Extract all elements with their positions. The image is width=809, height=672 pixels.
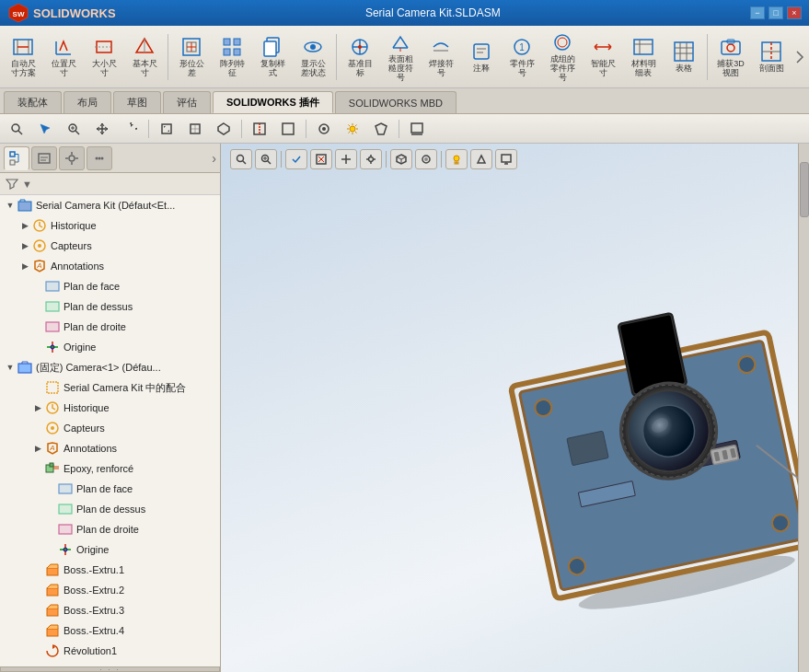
config-tab[interactable] [59, 146, 85, 170]
properties-tab[interactable] [31, 146, 57, 170]
tree-boss-extrude-4[interactable]: Boss.-Extru.4 [0, 620, 220, 641]
tree-plan-droite-2[interactable]: Plan de droite [0, 519, 220, 539]
main-toolbar: 自动尺寸方案 位置尺寸 大小尺寸 基本尺寸 形位公差 阵列特征 复制样 [0, 26, 809, 88]
camerafixed-toggle[interactable]: ▼ [4, 361, 17, 374]
zoom-area-button[interactable] [61, 117, 87, 141]
vp-monitor-button[interactable] [495, 149, 517, 169]
vp-route-button[interactable] [310, 149, 332, 169]
historique2-toggle[interactable]: ▶ [31, 401, 44, 414]
section-cut-button[interactable] [247, 117, 272, 141]
tab-sketch[interactable]: 草图 [113, 91, 161, 113]
select-button[interactable] [32, 117, 58, 141]
tree-historique-2[interactable]: ▶ Historique [0, 398, 220, 418]
tree-boss-extrude-3[interactable]: Boss.-Extru.3 [0, 600, 220, 620]
resize-handle[interactable]: · · · [0, 666, 220, 672]
vp-search-button[interactable] [230, 149, 252, 169]
panel-expand-arrow[interactable]: › [212, 151, 216, 166]
copy-style-button[interactable]: 复制样式 [253, 32, 292, 81]
restore-button[interactable]: □ [769, 6, 783, 19]
tree-plan-dessus-2[interactable]: Plan de dessus [0, 499, 220, 519]
close-button[interactable]: × [787, 6, 802, 19]
weld-symbol-button[interactable]: 焊接符号 [422, 32, 460, 81]
toolbar-expand[interactable] [794, 48, 805, 66]
tree-historique-1[interactable]: ▶ Historique [0, 215, 220, 236]
tab-layout[interactable]: 布局 [64, 91, 111, 113]
tree-container[interactable]: ▼ Serial Camera Kit (Défaut<Et... ▶ Hist… [0, 195, 220, 666]
tree-origine-2[interactable]: Origine [0, 539, 220, 560]
array-feature-button[interactable]: 阵列特征 [213, 32, 251, 81]
tree-epoxy[interactable]: Epoxy, renforcé [0, 458, 220, 479]
tree-plan-droite-1[interactable]: Plan de droite [0, 317, 220, 337]
tree-capteurs-1[interactable]: ▶ Capteurs [0, 236, 220, 256]
tree-plan-face-2[interactable]: Plan de face [0, 479, 220, 499]
historique2-icon [44, 400, 61, 416]
show-hide-button[interactable]: 显示公差状态 [294, 32, 332, 81]
tree-root[interactable]: ▼ Serial Camera Kit (Défaut<Et... [0, 195, 220, 215]
vp-snap-button[interactable] [285, 149, 307, 169]
tree-origine-1[interactable]: Origine [0, 337, 220, 357]
table-button[interactable]: 表格 [665, 37, 703, 76]
title-bar: SW SOLIDWORKS Serial Camera Kit.SLDASM −… [0, 0, 809, 26]
capture-3d-button[interactable]: 捕获3D视图 [711, 32, 750, 81]
hide-show-button[interactable] [311, 117, 337, 141]
tree-boss-extrude-1[interactable]: Boss.-Extru.1 [0, 560, 220, 580]
move-button[interactable] [89, 117, 115, 141]
vp-move-button[interactable] [335, 149, 357, 169]
basic-size-button[interactable]: 基本尺寸 [125, 32, 164, 81]
scene-button[interactable] [368, 117, 394, 141]
surface-finish-button[interactable]: 表面粗糙度符号 [381, 28, 420, 86]
tree-serial-kit-config[interactable]: Serial Camera Kit 中的配合 [0, 377, 220, 398]
shape-diff-button[interactable]: 形位公差 [172, 32, 211, 81]
vp-light-button[interactable] [445, 149, 468, 169]
extra-tab[interactable] [87, 146, 112, 170]
lighting-button[interactable] [340, 117, 365, 141]
svg-rect-73 [18, 202, 31, 211]
tab-assembly[interactable]: 装配体 [4, 91, 62, 113]
auto-size-button[interactable]: 自动尺寸方案 [4, 32, 42, 81]
tab-solidworks-mbd[interactable]: SOLIDWORKS MBD [335, 91, 457, 113]
note-button[interactable]: 注释 [462, 37, 501, 76]
tab-evaluate[interactable]: 评估 [163, 91, 211, 113]
vp-gear-button[interactable] [360, 149, 382, 169]
tree-revolution-1[interactable]: Révolution1 [0, 641, 220, 661]
vp-zoom-button[interactable] [255, 149, 277, 169]
svg-point-70 [96, 156, 98, 159]
vp-scene-button[interactable] [470, 149, 492, 169]
tree-plan-dessus-1[interactable]: Plan de dessus [0, 296, 220, 317]
section-view-button[interactable]: 剖面图 [752, 37, 791, 76]
tree-capteurs-2[interactable]: Capteurs [0, 418, 220, 438]
annotations1-toggle[interactable]: ▶ [18, 260, 31, 272]
tree-camera-fixed[interactable]: ▼ (固定) Camera<1> (Défau... [0, 357, 220, 377]
material-table-button[interactable]: 材料明细表 [624, 32, 663, 81]
size-btn[interactable]: 大小尺寸 [85, 32, 123, 81]
viewport[interactable] [221, 144, 809, 672]
display-mode-button[interactable] [275, 117, 301, 141]
annotations2-toggle[interactable]: ▶ [31, 442, 44, 455]
baseline-mark-button[interactable]: 基准目标 [341, 32, 379, 81]
zoom-fit-button[interactable] [154, 117, 179, 141]
vp-display-button[interactable] [415, 149, 437, 169]
smart-size-button[interactable]: 智能尺寸 [584, 32, 622, 81]
tree-annotations-2[interactable]: ▶ A Annotations [0, 438, 220, 458]
view-setting-button[interactable] [404, 117, 430, 141]
assembly-part-button[interactable]: 成组的零件序号 [543, 28, 582, 86]
sec-sep2 [241, 120, 242, 138]
historique1-toggle[interactable]: ▶ [18, 219, 31, 232]
minimize-button[interactable]: − [750, 6, 765, 19]
zoom-window-button[interactable] [182, 117, 208, 141]
tree-plan-face-1[interactable]: Plan de face [0, 276, 220, 296]
feature-tree-tab[interactable] [4, 146, 29, 170]
tree-boss-extrude-2[interactable]: Boss.-Extru.2 [0, 580, 220, 600]
position-size-button[interactable]: 位置尺寸 [44, 32, 83, 81]
tree-annotations-1[interactable]: ▶ A Annotations [0, 256, 220, 276]
vp-scrollbar-right[interactable] [798, 144, 809, 672]
view-orient-button[interactable] [211, 117, 237, 141]
rotate-button[interactable] [118, 117, 144, 141]
capteurs1-toggle[interactable]: ▶ [18, 239, 31, 252]
part-num-button[interactable]: 1 零件序号 [503, 32, 541, 81]
scroll-thumb[interactable] [800, 162, 809, 217]
search-button[interactable] [4, 117, 29, 141]
root-toggle[interactable]: ▼ [4, 199, 17, 212]
vp-cube-button[interactable] [390, 149, 412, 169]
tab-solidworks-plugin[interactable]: SOLIDWORKS 插件 [213, 91, 333, 113]
